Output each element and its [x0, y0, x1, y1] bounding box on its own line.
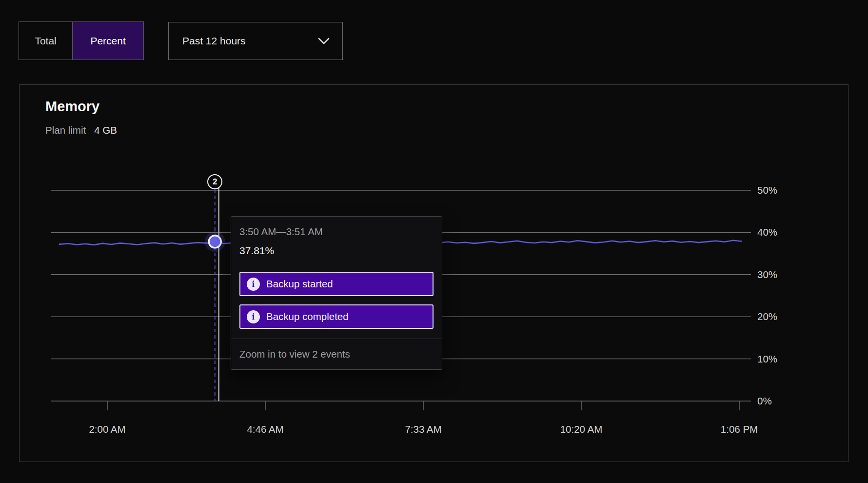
chart-tooltip: 3:50 AM—3:51 AM 37.81% iBackup startediB… [231, 216, 442, 370]
info-icon: i [247, 310, 260, 323]
event-badge[interactable]: iBackup completed [239, 304, 434, 329]
event-badge-label: Backup started [266, 278, 333, 290]
info-icon: i [247, 278, 260, 291]
x-axis-tick-label: 2:00 AM [89, 423, 125, 435]
x-axis-tick-label: 10:20 AM [560, 423, 603, 435]
card-title: Memory [45, 99, 99, 115]
toggle-percent[interactable]: Percent [72, 22, 143, 60]
tooltip-event-list: iBackup startediBackup completed [239, 272, 434, 329]
y-axis-tick-label: 40% [757, 226, 777, 238]
toggle-total[interactable]: Total [19, 22, 72, 60]
plan-limit-value: 4 GB [94, 124, 117, 136]
unit-toggle-group: Total Percent [19, 21, 144, 60]
chevron-down-icon [318, 38, 330, 44]
plan-limit-label: Plan limit [45, 124, 86, 136]
x-axis-tick-label: 7:33 AM [405, 423, 441, 435]
y-axis-tick-label: 0% [757, 395, 772, 407]
plan-limit-row: Plan limit4 GB [45, 124, 117, 136]
metrics-page: Total Percent Past 12 hours Memory Plan … [0, 0, 868, 483]
tooltip-time-range: 3:50 AM—3:51 AM [239, 226, 434, 238]
y-axis-tick-label: 20% [757, 311, 777, 322]
x-axis-tick-label: 4:46 AM [247, 423, 283, 435]
tooltip-footer-hint: Zoom in to view 2 events [231, 339, 442, 369]
tooltip-value: 37.81% [239, 245, 434, 257]
time-range-value: Past 12 hours [182, 35, 246, 47]
y-axis-tick-label: 30% [757, 269, 777, 281]
event-badge-label: Backup completed [266, 311, 349, 322]
y-axis-tick-label: 50% [757, 184, 777, 196]
event-badge[interactable]: iBackup started [239, 272, 434, 296]
x-axis-tick-label: 1:06 PM [721, 423, 758, 435]
y-axis-tick-label: 10% [757, 353, 777, 365]
time-range-select[interactable]: Past 12 hours [168, 22, 343, 60]
